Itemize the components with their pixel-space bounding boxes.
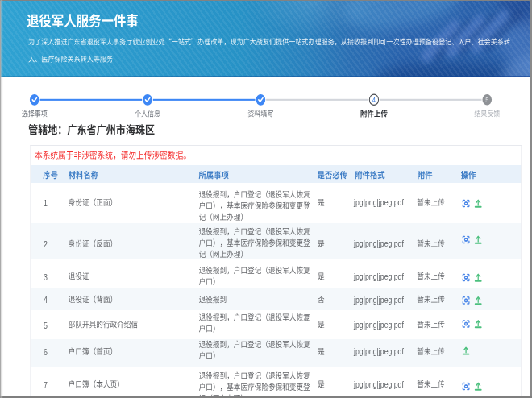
svg-text:4: 4 (372, 95, 376, 104)
svg-text:5: 5 (485, 96, 489, 104)
